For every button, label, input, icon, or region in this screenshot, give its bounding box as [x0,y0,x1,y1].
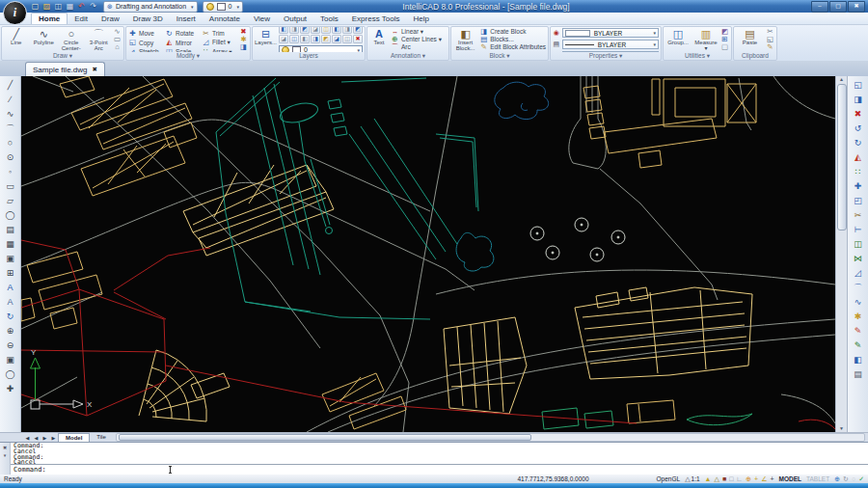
status-toggle-icon[interactable]: ∟ [736,474,743,483]
layers-button[interactable]: ⊟ Layers... [255,28,277,51]
donut-icon[interactable]: ⊙ [3,150,18,164]
model-space-button[interactable]: MODEL [779,475,801,482]
layer-state-icon[interactable]: ◫ [342,35,352,43]
layer-state-icon[interactable]: ◩ [353,27,363,34]
ellipse-icon[interactable]: ◯ [3,208,18,222]
linear-dimension-button[interactable]: ↔ Linear ▾ [391,28,447,36]
annotation-panel-label[interactable]: Annotation ▾ [367,52,448,60]
trim-button[interactable]: ✂ Trim [202,29,237,39]
line-icon[interactable]: ╱ [3,78,18,92]
zoom-extents-icon[interactable]: ◯ [3,367,18,381]
arc-button[interactable]: ⌒ 3-Point Arc [87,28,112,51]
mtext-icon[interactable]: A [3,281,18,294]
layer-state-icon[interactable]: ✖ [353,35,363,43]
extend-icon[interactable]: ⊢ [851,223,866,236]
layer-state-icon[interactable]: ◨ [311,35,320,43]
maximize-button[interactable]: ▢ [829,1,847,13]
page-icon[interactable]: ▢ [720,43,729,51]
join-icon[interactable]: ⋈ [851,252,866,265]
paste-button[interactable]: ▤ Paste [736,28,764,51]
app-menu-button[interactable]: i [3,1,27,25]
layer-quick-dropdown[interactable]: 0 ▾ [203,1,243,13]
rectangle-icon[interactable]: ▭ [3,179,18,193]
undo-arc-icon[interactable]: ↺ [851,122,866,135]
copy-icon[interactable]: ◱ [851,78,866,92]
edit-block-attributes-button[interactable]: ✎ Edit Block Attributes [479,43,546,51]
command-input[interactable]: Command: [11,464,868,474]
match-pencil-icon[interactable]: ✎ [851,339,866,352]
hatch-icon[interactable]: ▤ [3,223,18,236]
tab-insert[interactable]: Insert [170,14,203,24]
command-history[interactable]: Command:CancelCommand:Cancel [11,443,868,464]
arc-icon[interactable]: ⌒ [3,122,18,135]
image-icon[interactable]: ▣ [3,252,18,265]
offset-icon[interactable]: ◨ [851,93,866,106]
properties-icon[interactable]: ◧ [851,353,866,366]
status-toggle-icon[interactable]: + [754,474,758,483]
status-tray-icon[interactable]: ○ [852,474,855,483]
redo-icon[interactable]: ↷ [88,1,98,12]
region-icon[interactable]: ▦ [3,237,18,251]
close-icon[interactable]: ✖ [92,66,96,73]
zoom-window-icon[interactable]: ▣ [3,353,18,366]
layer-state-icon[interactable]: ◪ [311,27,320,34]
layer-state-icon[interactable]: ◩ [300,27,310,34]
create-block-button[interactable]: ◨ Create Block [479,28,546,36]
status-toggle-icon[interactable]: △ [715,474,719,483]
circle-button[interactable]: ○ Circle Center-Radius [59,28,84,51]
sketch-pencil-icon[interactable]: ✎ [851,324,866,338]
group-button[interactable]: ◫ Group... [665,28,691,51]
status-tray-icon[interactable]: ↻ [843,474,849,483]
zoom-out-icon[interactable]: ⊖ [3,339,18,352]
tab-view[interactable]: View [247,14,277,24]
ray-icon[interactable]: ∕ [3,93,18,106]
scrollbar-thumb[interactable] [119,434,531,441]
rotate-button[interactable]: ↻ Rotate [165,29,201,39]
point-icon[interactable]: ◦ [3,165,18,178]
layout-nav-icon[interactable]: ▶ [49,435,58,441]
brush-icon[interactable]: ✎ [766,43,774,51]
layer-state-icon[interactable]: ◫ [289,35,299,43]
block-panel-label[interactable]: Block ▾ [451,52,548,60]
region-icon[interactable]: ⌂ [113,43,122,51]
tab-help[interactable]: Help [406,14,435,24]
pedit-icon[interactable]: ∿ [851,295,866,309]
insert-block-button[interactable]: ◧ Insert Block... [453,28,477,51]
linetype-dropdown[interactable]: BYLAYER ▾ [562,40,659,49]
move-button[interactable]: ✚ Move [128,29,164,39]
undo-icon[interactable]: ↶ [76,1,87,12]
status-toggle-icon[interactable]: ▲ [705,474,712,483]
document-tab[interactable]: Sample file.dwg ✖ [25,62,105,76]
tab-output[interactable]: Output [277,14,313,24]
layer-state-icon[interactable]: ◪ [332,35,341,43]
tab-express-tools[interactable]: Express Tools [345,14,407,24]
text-icon[interactable]: A [3,295,18,309]
break-icon[interactable]: ◫ [851,237,866,251]
status-toggle-icon[interactable]: ∠ [761,474,767,483]
scroll-up-icon[interactable]: ▲ [839,76,844,83]
text-button[interactable]: A Text [369,28,389,51]
move-icon[interactable]: ✚ [851,179,866,193]
chamfer-icon[interactable]: ◿ [851,266,866,280]
status-tray-icon[interactable]: ✓ [858,474,864,483]
layer-state-icon[interactable]: ◩ [321,35,331,43]
trim-icon[interactable]: ✂ [851,208,866,222]
tab-edit[interactable]: Edit [68,14,95,24]
scroll-down-icon[interactable]: ▼ [839,425,844,432]
tab-tile[interactable]: Tile [90,433,112,442]
utilities-panel-label[interactable]: Utilities ▾ [664,52,731,60]
table-icon[interactable]: ⊞ [3,266,18,280]
fillet-icon[interactable]: ⌒ [851,281,866,294]
rotate-icon[interactable]: ↻ [851,136,866,149]
modify-panel-label[interactable]: Modify ▾ [126,52,250,60]
array-icon[interactable]: ∷ [851,165,866,178]
layer-state-icon[interactable]: ◫ [321,27,331,34]
save-icon[interactable]: ◫ [53,1,64,12]
vertical-scrollbar[interactable]: ▲ ▼ [835,76,847,432]
line-button[interactable]: ╱ Line [4,28,29,51]
scale-icon[interactable]: ◰ [851,194,866,207]
layer-state-icon[interactable]: ◨ [342,27,352,34]
blocks-button[interactable]: ▤ Blocks... [479,36,546,43]
redraw-icon[interactable]: ↻ [3,310,18,323]
scrollbar-thumb[interactable] [837,84,847,230]
